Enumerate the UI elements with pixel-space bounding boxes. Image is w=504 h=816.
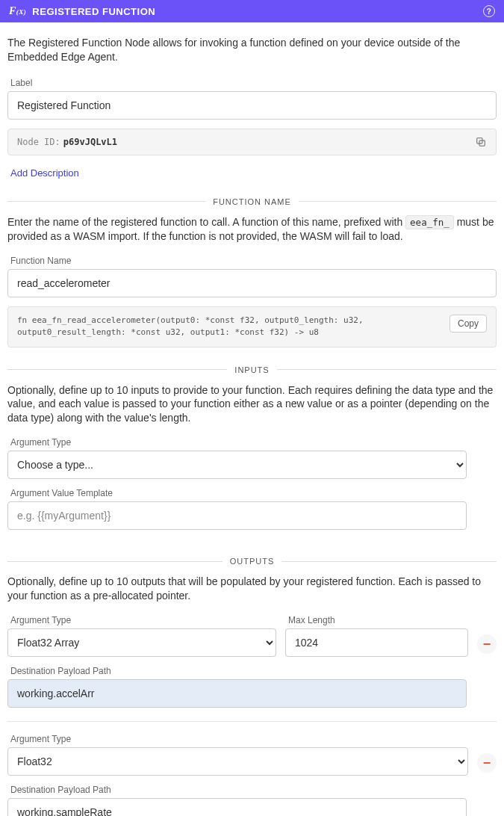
- add-description-button[interactable]: Add Description: [7, 167, 82, 179]
- output-arg-type-select[interactable]: Float32 Array: [7, 628, 276, 657]
- outputs-help: Optionally, define up to 10 outputs that…: [7, 575, 497, 603]
- section-title-function-name: FUNCTION NAME: [7, 197, 497, 206]
- output-dest-label: Destination Payload Path: [10, 785, 497, 795]
- input-arg-value-label: Argument Value Template: [10, 488, 497, 498]
- output-maxlength-input[interactable]: [285, 628, 468, 657]
- function-name-label: Function Name: [10, 256, 497, 266]
- output-arg-type-label: Argument Type: [10, 615, 276, 625]
- intro-text: The Registered Function Node allows for …: [7, 36, 497, 64]
- function-name-help: Enter the name of the registered functio…: [7, 215, 497, 244]
- output-row: Argument Type Float32 Array Max Length −…: [7, 615, 497, 717]
- node-id-value: p69vJQLvL1: [63, 137, 117, 147]
- copy-signature-button[interactable]: Copy: [449, 315, 487, 333]
- panel-title: REGISTERED FUNCTION: [32, 6, 155, 17]
- panel-header: f(x) REGISTERED FUNCTION ?: [0, 0, 504, 22]
- copy-icon[interactable]: [475, 136, 487, 148]
- function-prefix-code: eea_fn_: [405, 215, 454, 229]
- input-arg-type-label: Argument Type: [10, 437, 497, 448]
- remove-output-button[interactable]: −: [477, 753, 497, 773]
- output-dest-input[interactable]: [7, 798, 467, 816]
- remove-output-button[interactable]: −: [477, 634, 497, 654]
- output-dest-input[interactable]: [7, 679, 467, 708]
- help-icon[interactable]: ?: [483, 5, 495, 17]
- input-arg-value-input[interactable]: [7, 501, 467, 530]
- signature-text: fn eea_fn_read_accelerometer(output0: *c…: [17, 315, 444, 339]
- input-arg-type-select[interactable]: Choose a type...: [7, 451, 467, 479]
- output-arg-type-label: Argument Type: [10, 734, 468, 744]
- label-field-label: Label: [10, 78, 497, 88]
- signature-box: fn eea_fn_read_accelerometer(output0: *c…: [7, 306, 497, 347]
- output-arg-type-select[interactable]: Float32: [7, 747, 468, 776]
- output-row: Argument Type Float32 − Destination Payl…: [7, 734, 497, 816]
- node-id-label: Node ID:: [17, 137, 60, 147]
- output-maxlength-label: Max Length: [288, 615, 468, 625]
- label-input[interactable]: [7, 91, 497, 120]
- section-title-inputs: INPUTS: [7, 365, 497, 374]
- function-node-icon: f(x): [9, 5, 26, 17]
- node-id-box: Node ID: p69vJQLvL1: [7, 129, 497, 155]
- output-separator: [7, 721, 497, 722]
- function-name-input[interactable]: [7, 269, 497, 297]
- section-title-outputs: OUTPUTS: [7, 557, 497, 566]
- inputs-help: Optionally, define up to 10 inputs to pr…: [7, 383, 497, 426]
- output-dest-label: Destination Payload Path: [10, 666, 497, 676]
